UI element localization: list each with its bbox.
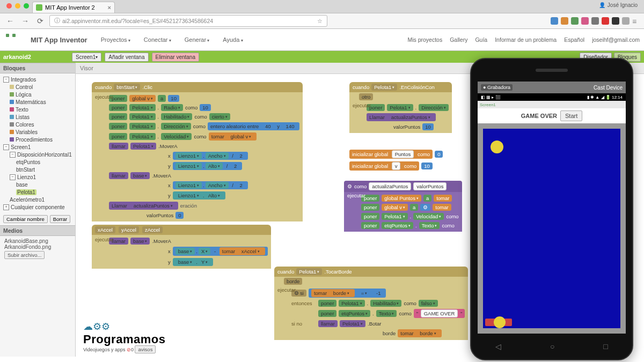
cat-variables[interactable]: Variables [3, 128, 75, 136]
start-button[interactable]: Start [560, 110, 582, 121]
ext-icon[interactable] [551, 17, 558, 25]
reload-button[interactable]: ⟳ [34, 15, 46, 27]
ext-icon[interactable] [571, 17, 579, 25]
chrome-menu-icon[interactable]: ≡ [632, 17, 640, 25]
block-colision[interactable]: cuandoPelota1.EnColisiónCon otro ejecuta… [349, 82, 452, 133]
comp-base[interactable]: base [3, 181, 75, 188]
game-canvas[interactable] [478, 123, 626, 334]
cat-texto[interactable]: Texto [3, 106, 75, 113]
nav-back-icon[interactable]: ◁ [495, 342, 501, 351]
ext-icon[interactable] [581, 17, 589, 25]
phone-nav-bar: ◁ ○ □ [471, 337, 632, 356]
ext-icon[interactable] [561, 17, 568, 25]
phone-preview: ● Grabadora Cast Device ◧ ▦ ▸ ⬛ ▮ ✱ ▲ ◢ … [470, 58, 633, 360]
tab-close-icon[interactable]: × [108, 4, 111, 11]
app-title: MIT App Inventor [31, 36, 87, 44]
phone-status-bar: ◧ ▦ ▸ ⬛ ▮ ✱ ▲ ◢ 🔋 12:14 [478, 93, 626, 101]
add-screen-button[interactable]: Añadir ventana [105, 53, 148, 62]
link-guia[interactable]: Guía [475, 36, 487, 43]
browser-tab-bar: MIT App Inventor 2 × [0, 0, 644, 13]
nav-home-icon[interactable]: ○ [550, 342, 554, 351]
sidebar: Bloques −Integrados Control Lógica Matem… [0, 63, 76, 357]
link-mis-proyectos[interactable]: Mis proyectos [407, 36, 442, 43]
nav-recent-icon[interactable]: □ [603, 342, 608, 351]
comp-lienzo[interactable]: −Lienzo1 [3, 173, 75, 181]
upload-button[interactable]: Subir archivo... [4, 251, 45, 259]
menu-proyectos[interactable]: Proyectos [101, 36, 130, 43]
cat-matematicas[interactable]: Matemáticas [3, 98, 75, 106]
profile-icon: 👤 [599, 2, 605, 8]
game-over-label: GAME OVER [521, 113, 557, 119]
recorder-chip[interactable]: ● Grabadora [481, 84, 513, 91]
block-init-v[interactable]: inicializar global v como10 [349, 160, 433, 172]
cat-listas[interactable]: Listas [3, 113, 75, 121]
forward-button[interactable]: → [19, 15, 31, 27]
programamos-logo: ☁⚙⚙ Programamos Videojuegos y apps ⊘0 av… [83, 321, 165, 352]
bookmark-star-icon[interactable]: ☆ [317, 18, 323, 24]
game-header: GAME OVER Start [478, 108, 626, 123]
phone-cast-bar: ● Grabadora Cast Device [478, 82, 626, 93]
screen-label: Screen1 [478, 101, 626, 108]
link-language[interactable]: Español [564, 36, 584, 43]
link-gallery[interactable]: Gallery [450, 36, 467, 43]
cast-device-label[interactable]: Cast Device [594, 85, 623, 91]
comp-acelerometro[interactable]: Acelerómetro1 [3, 196, 75, 203]
clock: 12:14 [612, 95, 623, 100]
comp-etqpuntos[interactable]: etqPuntos [3, 158, 75, 166]
ext-icon[interactable] [612, 17, 619, 25]
favicon [36, 4, 42, 11]
comp-pelota[interactable]: Pelota1 [3, 188, 75, 196]
cat-procedimientos[interactable]: Procedimientos [3, 136, 75, 143]
delete-screen-button[interactable]: Eliminar ventana [152, 53, 199, 62]
cat-control[interactable]: Control [3, 83, 75, 91]
tree-any[interactable]: +Cualquier componente [3, 203, 75, 211]
block-accel[interactable]: xAccelyAccelzAccel ejecutar llamarbase.M… [92, 225, 271, 269]
back-button[interactable]: ← [4, 15, 16, 27]
tab-title: MIT App Inventor 2 [45, 4, 95, 11]
ext-icon[interactable] [602, 17, 609, 25]
link-account[interactable]: joseihf@gmail.com [592, 36, 640, 43]
minimize-window-icon[interactable] [15, 3, 20, 9]
menu-conectar[interactable]: Conectar [144, 36, 171, 43]
media-file[interactable]: ArkanoidFondo.png [4, 244, 71, 250]
comp-btnstart[interactable]: btnStart [3, 166, 75, 173]
section-medios: Medios [0, 225, 75, 236]
section-bloques: Bloques [0, 63, 75, 73]
menu-generar[interactable]: Generar [185, 36, 210, 43]
avisos-chip[interactable]: avisos [135, 345, 156, 353]
tree-builtin[interactable]: −Integrados [3, 76, 75, 83]
block-tocarborde[interactable]: cuandoPelota1.TocarBorde borde ejecutar … [274, 267, 468, 340]
profile-name: José Ignacio [608, 2, 638, 8]
block-btnstart-clic[interactable]: cuandobtnStart.Clic ejecutar ponerglobal… [92, 82, 303, 221]
url-text: ai2.appinventor.mit.edu/?locale=es_ES#45… [62, 18, 213, 24]
cat-logica[interactable]: Lógica [3, 91, 75, 98]
zoom-window-icon[interactable] [24, 3, 29, 9]
signal-icon: ▮ ✱ ▲ ◢ 🔋 [587, 95, 611, 100]
app-right-links: Mis proyectos Gallery Guía Informar de u… [407, 36, 640, 43]
phone-speaker [536, 69, 568, 72]
ext-icon[interactable] [622, 17, 630, 25]
game-ball-bottom [494, 316, 506, 328]
link-informar[interactable]: Informar de un problema [495, 36, 557, 43]
close-window-icon[interactable] [6, 3, 12, 9]
media-list: ArkanoidBase.png ArkanoidFondo.png Subir… [0, 236, 75, 260]
site-info-icon[interactable]: ⓘ [54, 17, 60, 25]
browser-tab[interactable]: MIT App Inventor 2 × [32, 2, 115, 13]
app-main-menu: Proyectos Conectar Generar Ayuda [101, 36, 243, 43]
block-proc-actualiza[interactable]: ⚙comoactualizaPuntosvalorPuntos ejecutar… [344, 181, 462, 232]
comp-disposicion[interactable]: −DisposiciónHorizontal1 [3, 151, 75, 158]
address-bar[interactable]: ⓘ ai2.appinventor.mit.edu/?locale=es_ES#… [49, 15, 327, 27]
menu-ayuda[interactable]: Ayuda [223, 36, 243, 43]
chrome-profile[interactable]: 👤 José Ignacio [599, 2, 638, 8]
cat-colores[interactable]: Colores [3, 121, 75, 128]
blocks-tree: −Integrados Control Lógica Matemáticas T… [0, 73, 75, 213]
block-init-puntos[interactable]: inicializar global Puntos como0 [349, 149, 443, 160]
tree-screen1[interactable]: −Screen1 [3, 143, 75, 151]
screen-selector[interactable]: Screen1 [72, 53, 101, 62]
delete-button[interactable]: Borrar [50, 215, 70, 223]
app-logo-icon [4, 33, 17, 46]
rename-button[interactable]: Cambiar nombre [3, 215, 48, 223]
ext-icon[interactable] [591, 17, 599, 25]
media-file[interactable]: ArkanoidBase.png [4, 238, 71, 244]
game-ball [491, 141, 503, 153]
